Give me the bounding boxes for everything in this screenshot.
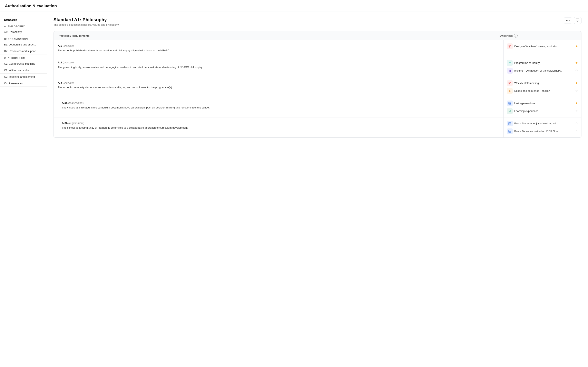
table-row: A.3b (requirement) The school as a commu…: [54, 117, 581, 137]
sidebar: Standards A: Philosophy A1: Philosophy B…: [0, 11, 47, 367]
standard-title: Standard A1: Philosophy: [53, 17, 119, 22]
evidence-item: Weekly staff meeting ★: [507, 80, 578, 86]
star-icon: ★: [575, 61, 578, 65]
chevron-down-icon: ▾: [568, 19, 570, 22]
svg-point-10: [509, 82, 510, 83]
evidence-name: Learning experience: [514, 109, 573, 113]
table-row: A.3 (practice) The school community demo…: [54, 77, 581, 97]
star-empty-icon: ☆: [575, 129, 578, 133]
sidebar-item-a1-philosophy[interactable]: A1: Philosophy: [0, 29, 47, 35]
info-icon: i: [514, 34, 518, 38]
star-icon: ★: [575, 81, 578, 85]
evidence-item: LE Learning experience ☆: [507, 108, 578, 114]
sidebar-section-header: Standards: [0, 16, 47, 23]
list-icon: ≡: [566, 19, 568, 22]
standard-header-text: Standard A1: Philosophy The school's edu…: [53, 17, 119, 26]
star-icon: ★: [575, 44, 578, 48]
evidence-item: Design of teachers' training worksho... …: [507, 43, 578, 49]
evidence-item: Post - Today we invited an IBDP Gue... ☆: [507, 128, 578, 134]
list-view-button[interactable]: ≡ ▾: [564, 17, 572, 24]
evidence-name: Programme of inquiry: [514, 61, 573, 64]
sidebar-category-b: B: Organisation: [0, 35, 47, 42]
svg-rect-6: [509, 64, 511, 64]
content-area: Standard A1: Philosophy The school's edu…: [47, 11, 588, 367]
practice-id-a1: A.1 (practice): [58, 44, 499, 47]
sidebar-item-c4-assessment[interactable]: C4: Assessment: [0, 80, 47, 87]
evidence-cell-a1: Design of teachers' training worksho... …: [504, 40, 581, 57]
practice-cell-a3: A.3 (practice) The school community demo…: [54, 77, 504, 97]
evidence-item: Programme of inquiry ★: [507, 60, 578, 66]
toolbar-buttons: ≡ ▾: [564, 17, 581, 24]
standard-header: Standard A1: Philosophy The school's edu…: [53, 17, 581, 26]
evidence-cell-a3: Weekly staff meeting ★ EN Scope and sequ…: [504, 77, 581, 97]
evidence-item: EN Scope and sequence - english ☆: [507, 88, 578, 94]
standard-subtitle: The school's educational beliefs, values…: [53, 23, 119, 26]
evidence-icon-post-1: [507, 121, 513, 126]
practice-id-a2: A.2 (practice): [58, 61, 499, 64]
evidence-icon-en: EN: [507, 88, 513, 94]
evidence-name: Post - Today we invited an IBDP Gue...: [514, 130, 573, 133]
practice-cell-a2: A.2 (practice) The governing body, admin…: [54, 57, 504, 77]
evidence-icon-chart: [507, 68, 513, 74]
star-empty-icon: ☆: [575, 69, 578, 73]
table-row: A.3a (requirement) The values as indicat…: [54, 97, 581, 117]
evidence-icon-post-2: [507, 128, 513, 134]
evidence-name: Weekly staff meeting: [514, 82, 573, 85]
evidence-icon-scissors-2: [507, 80, 513, 86]
svg-rect-7: [509, 71, 509, 72]
sidebar-item-c3-teaching[interactable]: C3: Teaching and learning: [0, 74, 47, 80]
sidebar-item-b1-leadership[interactable]: B1: Leadership and struc...: [0, 42, 47, 48]
practice-desc-a1: The school's published statements as mis…: [58, 49, 499, 53]
svg-point-0: [509, 45, 510, 46]
svg-rect-4: [509, 62, 511, 63]
main-layout: Standards A: Philosophy A1: Philosophy B…: [0, 11, 588, 367]
evidence-cell-a2: Programme of inquiry ★ Insights - Distri…: [504, 57, 581, 77]
practice-id-a3: A.3 (practice): [58, 81, 499, 84]
evidence-name: Scope and sequence - english: [514, 89, 573, 92]
star-empty-icon: ☆: [575, 89, 578, 93]
table-row: A.1 (practice) The school's published st…: [54, 40, 581, 57]
evidence-cell-a3a: Unit - generations ★ LE Learning experie…: [504, 97, 581, 117]
evidence-item: Insights - Distribution of transdiciplin…: [507, 68, 578, 74]
col-practices: Practices / Requirements: [58, 34, 500, 38]
practice-id-a3a: A.3a (requirement): [62, 101, 499, 104]
comment-icon: [576, 18, 579, 22]
evidence-cell-a3b: Post - Students enjoyed working wit... ☆…: [504, 117, 581, 137]
svg-rect-9: [510, 70, 511, 72]
evidence-item: Post - Students enjoyed working wit... ☆: [507, 121, 578, 126]
evidence-name: Design of teachers' training worksho...: [514, 45, 573, 48]
col-evidences: Evidences i: [500, 34, 577, 38]
star-empty-icon: ☆: [575, 122, 578, 125]
practice-id-a3b: A.3b (requirement): [62, 122, 499, 125]
table-row: A.2 (practice) The governing body, admin…: [54, 57, 581, 77]
comment-button[interactable]: [574, 17, 581, 24]
evidence-icon-image: [507, 100, 513, 106]
table-header: Practices / Requirements Evidences i: [54, 31, 581, 40]
svg-rect-8: [510, 70, 510, 72]
evidence-name: Unit - generations: [514, 102, 573, 105]
star-empty-icon: ☆: [575, 109, 578, 113]
sidebar-item-b2-resources[interactable]: B2: Resources and support: [0, 48, 47, 54]
practice-desc-a3b: The school as a community of learners is…: [62, 126, 499, 130]
evidence-icon-scissors: [507, 43, 513, 49]
practice-desc-a3: The school community demonstrates an und…: [58, 85, 499, 90]
star-icon: ★: [575, 101, 578, 105]
app-container: Authorisation & evaluation Standards A: …: [0, 0, 588, 367]
app-title: Authorisation & evaluation: [5, 4, 583, 8]
sidebar-item-c2-written[interactable]: C2: Written curriculum: [0, 67, 47, 74]
svg-point-11: [509, 83, 510, 84]
evidence-icon-le: LE: [507, 108, 513, 114]
sidebar-category-a: A: Philosophy: [0, 23, 47, 29]
evidence-item: Unit - generations ★: [507, 100, 578, 106]
sidebar-item-c1-collaborative[interactable]: C1: Collaborative planning: [0, 60, 47, 67]
svg-rect-5: [509, 63, 511, 63]
evidence-name: Post - Students enjoyed working wit...: [514, 122, 573, 125]
practice-desc-a3a: The values as indicated in the curriculu…: [62, 106, 499, 110]
practice-cell-a3b: A.3b (requirement) The school as a commu…: [54, 117, 504, 137]
evidence-icon-list: [507, 60, 513, 66]
practice-cell-a1: A.1 (practice) The school's published st…: [54, 40, 504, 57]
practice-cell-a3a: A.3a (requirement) The values as indicat…: [54, 97, 504, 117]
top-bar: Authorisation & evaluation: [0, 0, 588, 11]
evidence-table: Practices / Requirements Evidences i A.1…: [53, 31, 581, 138]
sidebar-category-c: C: CURRICULUM: [0, 54, 47, 60]
